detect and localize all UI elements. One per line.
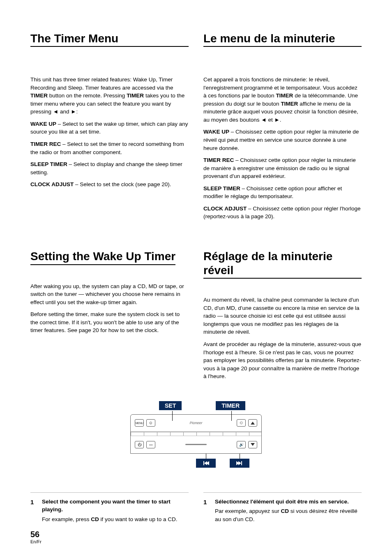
term-sleep-en: SLEEP TIMER bbox=[30, 161, 67, 167]
setting-para2-fr: Avant de procéder au réglage de la minut… bbox=[203, 340, 362, 381]
step-lead-en: Select the component you want the timer … bbox=[42, 498, 189, 514]
remote-device: MENU ⊙ Pioneer ⏲ ⏻ ▭ 🔊 bbox=[130, 414, 262, 454]
step-number: 1 bbox=[203, 498, 209, 524]
step-1-fr: 1 Sélectionnez l'élément qui doit être m… bbox=[203, 498, 362, 524]
menu-button-icon: MENU bbox=[135, 419, 144, 427]
intro-en: This unit has three timer related featur… bbox=[30, 76, 189, 116]
term-sleep-fr: SLEEP TIMER bbox=[203, 185, 240, 192]
intro-fr: Cet appareil a trois fonctions de minute… bbox=[203, 76, 362, 124]
page-lang: En/Fr bbox=[30, 539, 42, 544]
term-wakeup-fr: WAKE UP bbox=[203, 129, 229, 135]
brand-logo: Pioneer bbox=[158, 421, 234, 425]
set-button-icon: ⊙ bbox=[146, 419, 155, 427]
step-sub-en: For example, press CD if you want to wak… bbox=[42, 515, 189, 524]
disc-slot bbox=[185, 444, 207, 445]
down-arrow-icon bbox=[248, 441, 257, 448]
step-1-en: 1 Select the component you want the time… bbox=[30, 498, 189, 524]
setting-para2-en: Before setting the timer, make sure the … bbox=[30, 310, 189, 335]
setting-para1-fr: Au moment du réveil, la chaîne peut comm… bbox=[203, 296, 362, 336]
display-button-icon: ▭ bbox=[146, 441, 155, 448]
power-standby-icon: ⏻ bbox=[135, 441, 144, 448]
term-wakeup-en: WAKE UP bbox=[30, 121, 56, 127]
page-number: 56 bbox=[30, 530, 42, 539]
skip-back-button bbox=[196, 459, 216, 468]
step-sub-fr: Par exemple, appuyez sur CD si vous dési… bbox=[215, 507, 362, 523]
term-timerrec-en: TIMER REC bbox=[30, 141, 61, 147]
setting-title-fr: Réglage de la minuterie réveil bbox=[203, 249, 362, 279]
ruler-scale bbox=[131, 432, 261, 436]
key-label-timer: TIMER bbox=[216, 401, 245, 410]
def-list-en: WAKE UP – Select to set the wake up time… bbox=[30, 120, 189, 189]
section-title-fr: Le menu de la minuterie bbox=[203, 32, 362, 47]
remote-illustration: SET TIMER MENU ⊙ Pioneer ⏲ ⏻ ▭ bbox=[130, 401, 262, 468]
term-timerrec-fr: TIMER REC bbox=[203, 157, 234, 163]
step-number: 1 bbox=[30, 498, 36, 524]
term-clock-en: CLOCK ADJUST bbox=[30, 181, 74, 187]
timer-button-icon: ⏲ bbox=[237, 419, 246, 427]
setting-para1-en: After waking you up, the system can play… bbox=[30, 282, 189, 307]
term-clock-fr: CLOCK ADJUST bbox=[203, 205, 247, 212]
step-lead-fr: Sélectionnez l'élément qui doit être mis… bbox=[215, 498, 362, 506]
skip-forward-button bbox=[230, 459, 249, 468]
page-footer: 56 En/Fr bbox=[30, 530, 42, 544]
key-label-set: SET bbox=[159, 401, 182, 410]
up-arrow-icon bbox=[248, 419, 257, 427]
volume-icon: 🔊 bbox=[237, 441, 246, 448]
setting-title-en: Setting the Wake Up Timer bbox=[30, 249, 175, 265]
section-title-en: The Timer Menu bbox=[30, 32, 189, 47]
def-list-fr: WAKE UP – Choisissez cette option pour r… bbox=[203, 128, 362, 221]
